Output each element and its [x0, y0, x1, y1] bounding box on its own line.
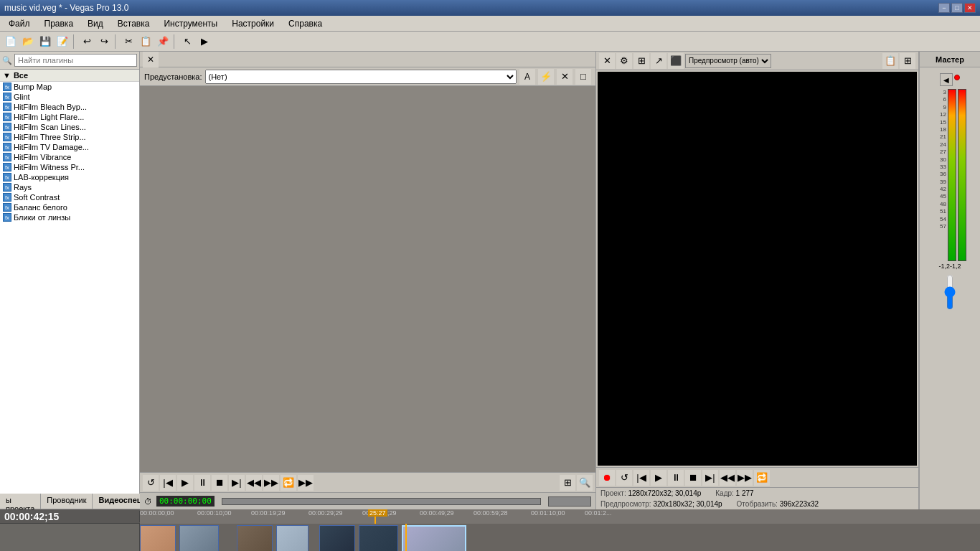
effect-next-frame-button[interactable]: ▶▶	[263, 475, 279, 491]
effect-controls: ↺ |◀ ▶ ⏸ ⏹ ▶| ◀◀ ▶▶ 🔁 ▶▶ ⊞ 🔍	[140, 472, 595, 492]
preview-split-button[interactable]: ⊞	[900, 53, 915, 69]
preview-prev-button[interactable]: |◀	[633, 470, 649, 486]
menu-file[interactable]: Файл	[3, 17, 36, 30]
ruler-mark: 00:00:29;29	[308, 509, 343, 517]
list-item[interactable]: fx Блики от линзы	[0, 212, 139, 222]
open-button[interactable]: 📂	[20, 34, 36, 50]
effect-prev-button[interactable]: |◀	[160, 475, 176, 491]
list-item[interactable]: fx HitFilm Bleach Byp...	[0, 102, 139, 112]
effect-zoom-slider[interactable]	[548, 496, 591, 507]
list-item[interactable]: fx LAB-коррекция	[0, 172, 139, 182]
preview-btn1[interactable]: ⊞	[633, 53, 649, 69]
list-item[interactable]: fx HitFilm Scan Lines...	[0, 122, 139, 132]
preview-btn3[interactable]: ⬛	[668, 53, 684, 69]
preview-res-label: Предпросмотр: 320x180x32; 30,014р	[600, 500, 722, 508]
effect-progress-bar[interactable]	[222, 498, 541, 505]
list-item[interactable]: fx HitFilm Three Strip...	[0, 132, 139, 142]
menu-insert[interactable]: Вставка	[112, 17, 156, 30]
copy-button[interactable]: 📋	[138, 34, 154, 50]
preview-copy-button[interactable]: 📋	[882, 53, 898, 69]
effect-pause-button[interactable]: ⏸	[194, 475, 210, 491]
preview-loop-button[interactable]: 🔁	[754, 470, 770, 486]
video-clip[interactable]	[402, 525, 466, 551]
list-item[interactable]: fx HitFilm TV Damage...	[0, 142, 139, 152]
list-item[interactable]: fx Баланс белого	[0, 202, 139, 212]
render-button[interactable]: ▶	[197, 34, 212, 50]
video-clip[interactable]	[237, 525, 273, 551]
effect-prev-frame-button[interactable]: ◀◀	[246, 475, 262, 491]
track-a-controls: M S R FX 🔒 A	[0, 524, 139, 551]
fx-icon: fx	[3, 83, 11, 91]
timeline-ruler[interactable]: 00:00:00;00 00:00:10;00 00:00:19;29 00:0…	[140, 509, 980, 524]
video-clip[interactable]	[179, 525, 219, 551]
effect-zoom-button[interactable]: 🔍	[577, 475, 593, 491]
cut-button[interactable]: ✂	[121, 34, 136, 50]
effect-region-button[interactable]: ⊞	[560, 475, 575, 491]
preview-settings-button[interactable]: ⚙	[616, 53, 632, 69]
tree-root[interactable]: ▼ Все	[0, 70, 139, 82]
preview-end-button[interactable]: ▶|	[702, 470, 718, 486]
preset-window-button[interactable]: □	[575, 69, 591, 85]
list-item[interactable]: fx Glint	[0, 92, 139, 102]
preview-play-button[interactable]: ▶	[651, 470, 666, 486]
soft-contrast-item[interactable]: fx Soft Contrast	[0, 192, 139, 202]
volume-control[interactable]	[944, 274, 956, 311]
playhead-label: 25:27	[368, 509, 387, 517]
menu-edit[interactable]: Правка	[39, 17, 80, 30]
fx-icon: fx	[3, 123, 11, 131]
preset-dropdown[interactable]: (Нет)	[205, 70, 517, 84]
list-item[interactable]: fx Rays	[0, 182, 139, 192]
volume-slider[interactable]	[944, 274, 956, 310]
video-clip[interactable]	[359, 525, 398, 551]
effect-next-button[interactable]: ▶|	[229, 475, 245, 491]
redo-button[interactable]: ↪	[96, 34, 112, 50]
plugin-tree: ▼ Все fx Bump Map fx Glint fx HitFilm Bl…	[0, 70, 139, 494]
effect-play-all-button[interactable]: ▶▶	[298, 475, 314, 491]
preview-close-button[interactable]: ✕	[599, 53, 615, 69]
preview-step-fwd-button[interactable]: ▶▶	[737, 470, 753, 486]
ruler-mark: 00:00:10;00	[197, 509, 232, 517]
preview-rewind-button[interactable]: ↺	[616, 470, 632, 486]
menu-tools[interactable]: Инструменты	[158, 17, 223, 30]
preview-pause-button[interactable]: ⏸	[668, 470, 684, 486]
video-clip[interactable]	[276, 525, 308, 551]
video-clip[interactable]	[140, 525, 176, 551]
effect-rewind-button[interactable]: ↺	[143, 475, 159, 491]
list-item[interactable]: fx HitFilm Witness Pr...	[0, 162, 139, 172]
preview-stop-button[interactable]: ⏹	[685, 470, 701, 486]
effect-stop-button[interactable]: ⏹	[212, 475, 227, 491]
effect-loop-button[interactable]: 🔁	[281, 475, 296, 491]
preview-mode-dropdown[interactable]: Предпросмотр (авто)	[685, 54, 771, 68]
preset-fx-button[interactable]: ⚡	[538, 69, 554, 85]
preview-record-button[interactable]: ⏺	[599, 470, 615, 486]
new-button[interactable]: 📄	[3, 34, 19, 50]
save-button[interactable]: 💾	[37, 34, 53, 50]
menu-help[interactable]: Справка	[283, 17, 328, 30]
close-button[interactable]: ✕	[964, 3, 976, 13]
preset-save-button[interactable]: A	[519, 69, 535, 85]
meter-btn1[interactable]: ◀	[940, 73, 953, 86]
preset-delete-button[interactable]: ✕	[557, 69, 573, 85]
preview-step-back-button[interactable]: ◀◀	[720, 470, 735, 486]
effects-panel: ✕ Предустановка: (Нет) A ⚡ ✕ □ ↺ |◀ ▶ ⏸ …	[140, 52, 596, 509]
video-clip[interactable]	[319, 525, 355, 551]
menu-settings[interactable]: Настройки	[226, 17, 280, 30]
list-item[interactable]: fx HitFilm Vibrance	[0, 152, 139, 162]
tab-projects[interactable]: ы проекта	[0, 494, 41, 509]
search-input[interactable]	[14, 54, 137, 67]
minimize-button[interactable]: −	[938, 3, 950, 13]
menu-view[interactable]: Вид	[82, 17, 109, 30]
display-info: Отобразить: 396x223x32	[737, 500, 819, 508]
preview-btn2[interactable]: ↗	[651, 53, 666, 69]
maximize-button[interactable]: □	[951, 3, 963, 13]
effect-play-button[interactable]: ▶	[177, 475, 193, 491]
cursor-button[interactable]: ↖	[179, 34, 195, 50]
tab-explorer[interactable]: Проводник	[41, 494, 93, 509]
list-item[interactable]: fx HitFilm Light Flare...	[0, 112, 139, 122]
undo-button[interactable]: ↩	[79, 34, 95, 50]
paste-button[interactable]: 📌	[155, 34, 171, 50]
list-item[interactable]: fx Bump Map	[0, 82, 139, 92]
meter-values: -1,2 -1,2	[937, 261, 962, 271]
close-panel-button[interactable]: ✕	[143, 52, 159, 67]
save-as-button[interactable]: 📝	[55, 34, 70, 50]
